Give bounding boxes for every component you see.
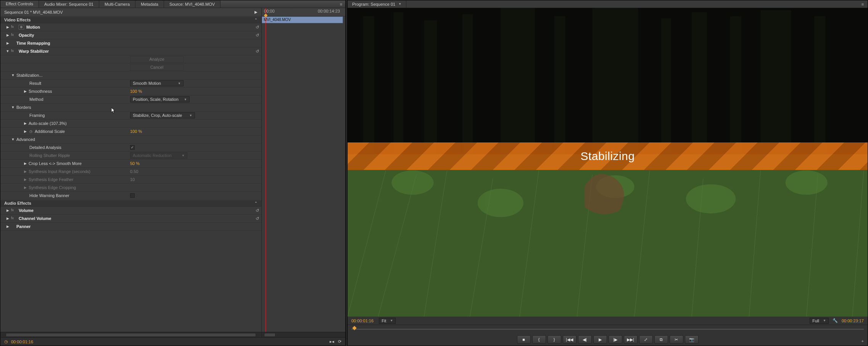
tab-source[interactable]: Source: MVI_4048.MOV [164, 0, 221, 8]
advanced-group[interactable]: Advanced [0, 136, 261, 144]
cancel-button[interactable]: Cancel [130, 64, 184, 71]
jump-to-playhead-icon[interactable]: ▶ [254, 10, 258, 14]
effect-opacity[interactable]: fx Opacity ↺ [0, 31, 261, 39]
panel-menu-icon[interactable]: ≡ [860, 2, 865, 7]
effect-motion[interactable]: fx ▦ Motion ↺ [0, 23, 261, 31]
settings-wrench-icon[interactable]: 🔧 [833, 318, 838, 323]
twisty-icon[interactable] [11, 105, 15, 109]
step-forward-button[interactable]: |▶ [609, 335, 622, 344]
scrub-bar[interactable] [348, 325, 868, 333]
tab-multi-camera[interactable]: Multi-Camera [99, 0, 135, 8]
twisty-icon[interactable] [6, 25, 10, 29]
twisty-icon[interactable] [11, 73, 15, 77]
zoom-toggle-icon[interactable]: ▸◂ [330, 339, 334, 344]
mark-out-button[interactable]: { [532, 335, 546, 344]
go-to-in-button[interactable]: |◀◀ [563, 335, 577, 344]
crop-smooth-value[interactable]: 50 % [130, 161, 140, 166]
fx-toggle-icon[interactable]: fx [11, 208, 16, 213]
mark-in-button[interactable]: ■ [517, 335, 531, 344]
tab-program[interactable]: Program: Sequence 01 ▼ [348, 0, 406, 8]
effect-time-remapping[interactable]: Time Remapping [0, 39, 261, 47]
scrollbar-thumb[interactable] [264, 333, 275, 337]
reset-icon[interactable]: ↺ [254, 33, 260, 38]
detailed-analysis-checkbox[interactable]: ✓ [130, 145, 135, 150]
twisty-icon[interactable] [23, 129, 27, 133]
tab-audio-mixer[interactable]: Audio Mixer: Sequence 01 [39, 0, 99, 8]
param-label: Hide Warning Banner [29, 193, 69, 198]
zoom-fit-dropdown[interactable]: Fit ▼ [379, 318, 396, 324]
reset-icon[interactable]: ↺ [254, 25, 260, 30]
effect-controls-list: Sequence 01 * MVI_4048.MOV ▶ Video Effec… [0, 8, 262, 337]
program-timecode-left[interactable]: 00:00:01:16 [351, 319, 374, 323]
step-back-button[interactable]: ◀| [578, 335, 592, 344]
autoscale-row[interactable]: Auto-scale (107.3%) [0, 120, 261, 128]
effect-volume[interactable]: fx Volume ↺ [0, 207, 261, 215]
effect-panner[interactable]: Panner [0, 223, 261, 231]
twisty-icon[interactable] [23, 89, 27, 93]
banner-text: Stabilizing [580, 150, 634, 163]
export-frame-button[interactable]: ✂ [670, 335, 683, 344]
tab-effect-controls[interactable]: Effect Controls [0, 0, 39, 8]
method-dropdown[interactable]: Position, Scale, Rotation ▼ [130, 96, 190, 102]
analyze-button[interactable]: Analyze [130, 56, 184, 63]
motion-badge-icon[interactable]: ▦ [19, 25, 24, 29]
panel-menu-icon[interactable]: ≡ [338, 2, 344, 7]
stopwatch-icon[interactable]: ◷ [4, 339, 8, 344]
collapse-icon[interactable]: ⌃ [254, 18, 258, 22]
fx-toggle-icon[interactable]: fx [11, 49, 16, 53]
fx-toggle-icon[interactable]: fx [11, 25, 16, 29]
quality-dropdown[interactable]: Full ▼ [810, 318, 829, 324]
twisty-icon[interactable] [6, 225, 10, 228]
additional-scale-value[interactable]: 100 % [130, 129, 142, 134]
reset-icon[interactable]: ↺ [254, 216, 260, 221]
framing-dropdown[interactable]: Stabilize, Crop, Auto-scale ▼ [130, 112, 195, 118]
stabilization-group[interactable]: Stabilization... [0, 71, 261, 79]
loop-icon[interactable]: ⟳ [338, 339, 341, 344]
twisty-icon[interactable] [23, 121, 27, 125]
effect-warp-stabilizer[interactable]: fx Warp Stabilizer ↺ [0, 47, 261, 55]
smoothness-row: Smoothness 100 % [0, 87, 261, 95]
lift-button[interactable]: ⤢ [639, 335, 653, 344]
collapse-icon[interactable]: ⌃ [254, 201, 258, 205]
mark-clip-button[interactable]: } [548, 335, 561, 344]
effect-channel-volume[interactable]: fx Channel Volume ↺ [0, 215, 261, 223]
fx-toggle-icon[interactable]: fx [11, 216, 16, 221]
twisty-icon[interactable] [6, 217, 10, 220]
twisty-icon[interactable] [6, 209, 10, 212]
dropdown-value: Position, Scale, Rotation [133, 97, 179, 102]
hide-banner-checkbox[interactable] [130, 193, 135, 198]
snapshot-button[interactable]: 📷 [685, 335, 699, 344]
tab-metadata[interactable]: Metadata [135, 0, 164, 8]
horizontal-scrollbar[interactable] [0, 332, 261, 337]
video-effects-header[interactable]: Video Effects ⌃ [0, 16, 261, 23]
extract-button[interactable]: ⧉ [654, 335, 668, 344]
twisty-icon[interactable] [6, 33, 10, 37]
timeline-clip-bar[interactable]: MVI_4048.MOV [262, 16, 343, 23]
borders-group[interactable]: Borders [0, 103, 261, 112]
twisty-icon[interactable] [11, 137, 15, 141]
go-to-out-button[interactable]: ▶▶| [624, 335, 638, 344]
add-transport-button-icon[interactable]: + [862, 339, 864, 343]
playhead-indicator[interactable] [266, 8, 266, 337]
svg-rect-7 [554, 16, 565, 154]
audio-effects-header[interactable]: Audio Effects ⌃ [0, 200, 261, 207]
chevron-down-icon[interactable]: ▼ [398, 2, 401, 6]
reset-icon[interactable]: ↺ [254, 49, 260, 54]
scrollbar-thumb[interactable] [6, 333, 256, 337]
stopwatch-icon[interactable]: ◷ [29, 129, 33, 133]
timecode-display[interactable]: 00:00:01:16 [11, 340, 33, 344]
play-button[interactable]: ▶ [593, 335, 607, 344]
twisty-icon[interactable] [6, 49, 10, 53]
result-dropdown[interactable]: Smooth Motion ▼ [130, 80, 184, 86]
svg-rect-11 [730, 16, 741, 154]
twisty-icon[interactable] [23, 162, 27, 165]
effect-mini-timeline[interactable]: 00;00 00:00:14:23 MVI_4048.MOV [262, 8, 345, 337]
twisty-icon[interactable] [6, 41, 10, 45]
tab-label: Metadata [141, 2, 158, 6]
smoothness-value[interactable]: 100 % [130, 89, 142, 94]
reset-icon[interactable]: ↺ [254, 208, 260, 213]
param-label: Synthesis Input Range (seconds) [29, 169, 90, 174]
fx-toggle-icon[interactable]: fx [11, 33, 16, 37]
time-ruler[interactable]: 00;00 00:00:14:23 [262, 8, 345, 16]
horizontal-scrollbar[interactable] [262, 332, 345, 337]
